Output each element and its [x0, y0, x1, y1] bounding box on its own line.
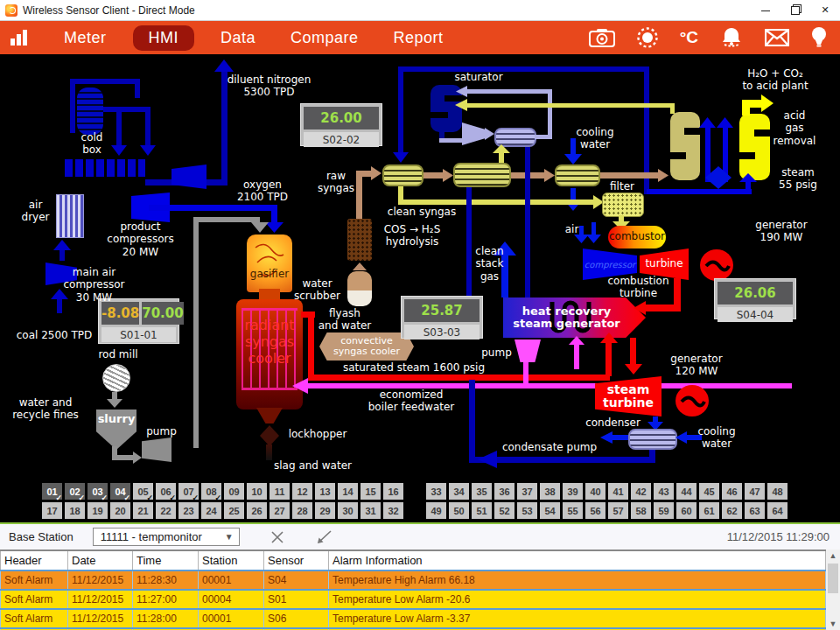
tab-meter[interactable]: Meter: [64, 29, 107, 47]
col-date[interactable]: Date: [68, 550, 133, 570]
channel-cell[interactable]: 30: [338, 502, 358, 519]
tab-data[interactable]: Data: [220, 29, 256, 47]
sensor-display-s04[interactable]: 26.06 S04-04: [714, 278, 796, 319]
channel-cell[interactable]: 43: [654, 483, 674, 500]
mail-icon[interactable]: [765, 29, 789, 46]
temperature-unit-icon[interactable]: °C: [680, 28, 698, 47]
channel-cell[interactable]: 61: [699, 502, 719, 519]
channel-cell[interactable]: 34: [449, 483, 469, 500]
channel-cell[interactable]: 03 ✓: [88, 483, 108, 500]
channel-cell[interactable]: 01 ✓: [42, 483, 62, 500]
sensor-display-s03[interactable]: 25.87 S03-03: [401, 296, 483, 339]
channel-cell[interactable]: 13: [315, 483, 335, 500]
channel-cell[interactable]: 57: [608, 502, 628, 519]
channel-cell[interactable]: 35: [472, 483, 492, 500]
sensor-display-s01[interactable]: -8.08 70.00 S01-01: [98, 298, 179, 344]
channel-number: 12: [297, 486, 307, 497]
channel-cell[interactable]: 05 ✓: [133, 483, 153, 500]
bell-icon[interactable]: [719, 27, 744, 48]
channel-cell[interactable]: 16: [383, 483, 403, 500]
channel-cell[interactable]: 08 ✓: [201, 483, 221, 500]
tab-compare[interactable]: Compare: [290, 29, 359, 47]
channel-cell[interactable]: 18: [65, 502, 85, 519]
channel-cell[interactable]: 04 ✓: [110, 483, 130, 500]
channel-cell[interactable]: 24: [201, 502, 221, 519]
channel-cell[interactable]: 47: [745, 483, 765, 500]
channel-cell[interactable]: 44: [676, 483, 696, 500]
brightness-icon[interactable]: [636, 26, 659, 49]
channel-cell[interactable]: 49: [426, 502, 446, 519]
channel-cell[interactable]: 40: [585, 483, 606, 500]
channel-cell[interactable]: 21: [133, 502, 153, 519]
channel-cell[interactable]: 25: [224, 502, 244, 519]
camera-icon[interactable]: [589, 28, 615, 47]
channel-cell[interactable]: 60: [676, 502, 696, 519]
channel-cell[interactable]: 56: [585, 502, 606, 519]
channel-cell[interactable]: 46: [722, 483, 742, 500]
channel-cell[interactable]: 52: [494, 502, 514, 519]
channel-cell[interactable]: 59: [654, 502, 674, 519]
channel-cell[interactable]: 20: [110, 502, 130, 519]
channel-cell[interactable]: 06 ✓: [156, 483, 176, 500]
channel-cell[interactable]: 15: [360, 483, 381, 500]
channel-cell[interactable]: 36: [494, 483, 514, 500]
channel-cell[interactable]: 48: [767, 483, 788, 500]
col-time[interactable]: Time: [133, 550, 199, 570]
channel-cell[interactable]: 54: [540, 502, 560, 519]
channel-cell[interactable]: 02 ✓: [65, 483, 85, 500]
channel-cell[interactable]: 45: [699, 483, 719, 500]
channel-cell[interactable]: 09: [224, 483, 244, 500]
channel-cell[interactable]: 26: [247, 502, 267, 519]
channel-cell[interactable]: 17: [42, 502, 62, 519]
alarm-row[interactable]: Soft Alarm 11/12/2015 11:27:00 00004 S01…: [1, 590, 826, 609]
channel-cell[interactable]: 22: [156, 502, 176, 519]
col-sensor[interactable]: Sensor: [264, 550, 329, 570]
scroll-down-icon[interactable]: ▼: [830, 618, 837, 630]
channel-cell[interactable]: 23: [178, 502, 199, 519]
sensor-display-s02[interactable]: 26.00 S02-02: [300, 103, 382, 146]
channel-cell[interactable]: 53: [517, 502, 537, 519]
tab-report[interactable]: Report: [394, 29, 444, 47]
channel-cell[interactable]: 63: [745, 502, 765, 519]
channel-cell[interactable]: 32: [383, 502, 403, 519]
channel-cell[interactable]: 27: [270, 502, 290, 519]
clear-icon[interactable]: [270, 529, 285, 545]
col-header[interactable]: Header: [1, 550, 68, 570]
channel-cell[interactable]: 14: [338, 483, 358, 500]
table-scrollbar[interactable]: ▲ ▼: [826, 550, 840, 630]
tab-hmi[interactable]: HMI: [133, 25, 195, 51]
channel-cell[interactable]: 38: [540, 483, 560, 500]
channel-cell[interactable]: 10: [247, 483, 267, 500]
channel-cell[interactable]: 51: [472, 502, 492, 519]
bar-chart-icon[interactable]: [10, 30, 27, 46]
channel-cell[interactable]: 50: [449, 502, 469, 519]
channel-cell[interactable]: 28: [292, 502, 312, 519]
base-station-select[interactable]: 11111 - tempmonitor ▼: [93, 528, 240, 546]
channel-cell[interactable]: 58: [631, 502, 651, 519]
channel-cell[interactable]: 19: [88, 502, 108, 519]
minimize-button[interactable]: [751, 0, 780, 20]
scroll-up-icon[interactable]: ▲: [830, 550, 837, 562]
channel-cell[interactable]: 37: [517, 483, 537, 500]
channel-cell[interactable]: 41: [608, 483, 628, 500]
alarm-row[interactable]: Soft Alarm 11/12/2015 11:28:30 00001 S04…: [1, 570, 826, 590]
alarm-row[interactable]: Soft Alarm 11/12/2015 11:28:00 00001 S06…: [1, 609, 826, 628]
close-button[interactable]: ✕: [810, 0, 840, 20]
channel-cell[interactable]: 29: [315, 502, 335, 519]
bulb-icon[interactable]: [810, 26, 828, 49]
col-station[interactable]: Station: [199, 550, 264, 570]
maximize-button[interactable]: [780, 0, 810, 20]
channel-cell[interactable]: 11: [270, 483, 290, 500]
channel-cell[interactable]: 39: [563, 483, 583, 500]
channel-cell[interactable]: 62: [722, 502, 742, 519]
channel-cell[interactable]: 64: [767, 502, 788, 519]
scroll-thumb[interactable]: [828, 564, 838, 593]
channel-cell[interactable]: 42: [631, 483, 651, 500]
channel-cell[interactable]: 07 ✓: [178, 483, 199, 500]
channel-cell[interactable]: 31: [360, 502, 381, 519]
channel-cell[interactable]: 12: [292, 483, 312, 500]
col-alarm-info[interactable]: Alarm Information: [329, 550, 826, 570]
channel-cell[interactable]: 55: [563, 502, 583, 519]
channel-cell[interactable]: 33: [426, 483, 446, 500]
edit-pencil-icon[interactable]: [315, 529, 334, 545]
